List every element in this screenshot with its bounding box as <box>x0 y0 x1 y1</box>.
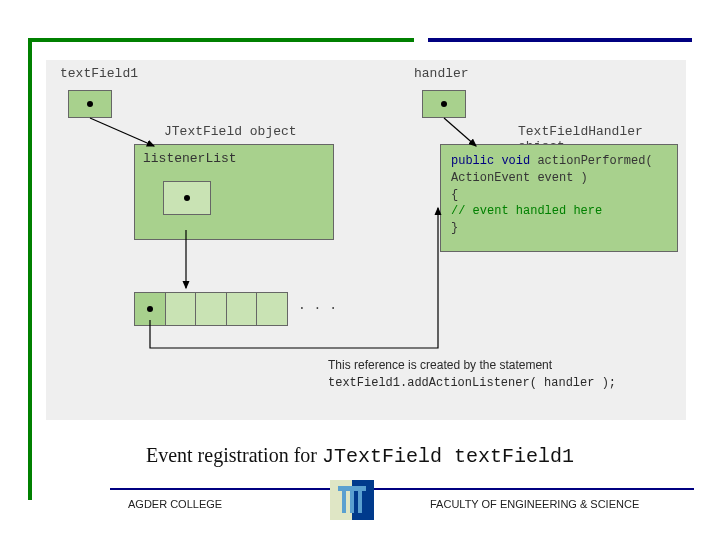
listener-list-title: listenerList <box>143 151 237 166</box>
inner-ref-box <box>163 181 211 215</box>
array-cell <box>196 293 227 325</box>
left-accent-bar <box>28 38 32 500</box>
svg-rect-6 <box>342 491 346 513</box>
listener-list-box: listenerList <box>134 144 334 240</box>
array-cell <box>166 293 197 325</box>
svg-rect-5 <box>338 486 366 491</box>
array-cell <box>135 293 166 325</box>
method-line: ActionEvent event ) <box>451 170 667 187</box>
ref-dot-icon <box>147 306 153 312</box>
slide-caption: Event registration for JTextField textFi… <box>0 444 720 468</box>
top-bar-navy <box>428 38 692 42</box>
method-box: public void actionPerformed( ActionEvent… <box>440 144 678 252</box>
svg-line-1 <box>444 118 476 146</box>
ref-dot-icon <box>87 101 93 107</box>
method-line: { <box>451 187 667 204</box>
note-code-line: textField1.addActionListener( handler ); <box>328 374 616 392</box>
note-line: This reference is created by the stateme… <box>328 356 616 374</box>
caption-prefix: Event registration for <box>146 444 322 466</box>
ref-box-textfield1 <box>68 90 112 118</box>
top-accent-bar <box>28 38 692 42</box>
listener-array <box>134 292 288 326</box>
reference-note: This reference is created by the stateme… <box>328 356 616 392</box>
top-bar-green <box>28 38 414 42</box>
label-handler: handler <box>414 66 469 81</box>
ref-dot-icon <box>441 101 447 107</box>
method-line: public void actionPerformed( <box>451 153 667 170</box>
ref-dot-icon <box>184 195 190 201</box>
caption-code: JTextField textField1 <box>322 445 574 468</box>
footer-divider <box>110 488 694 490</box>
ref-box-handler <box>422 90 466 118</box>
college-logo-icon <box>330 480 374 520</box>
ellipsis: . . . <box>298 298 337 313</box>
svg-line-0 <box>90 118 154 146</box>
method-line: } <box>451 220 667 237</box>
footer-left: AGDER COLLEGE <box>128 498 222 510</box>
array-cell <box>257 293 287 325</box>
label-textfield1: textField1 <box>60 66 138 81</box>
svg-rect-8 <box>358 491 362 513</box>
array-cell <box>227 293 258 325</box>
diagram-panel: textField1 handler JTextField object Tex… <box>46 60 686 420</box>
svg-rect-7 <box>350 491 354 513</box>
label-jtextfield-object: JTextField object <box>164 124 297 139</box>
footer-right: FACULTY OF ENGINEERING & SCIENCE <box>430 498 639 510</box>
method-comment: // event handled here <box>451 203 667 220</box>
